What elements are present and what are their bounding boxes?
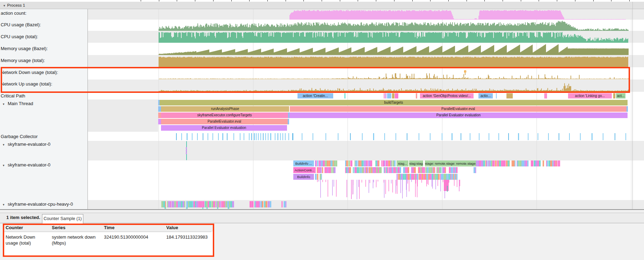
expand-arrow-icon[interactable]: ▾ [3, 164, 8, 167]
gc-event-tick[interactable] [548, 133, 549, 140]
main-thread-slice[interactable]: runAnalysisPhase [161, 106, 289, 112]
gc-event-tick[interactable] [240, 133, 240, 140]
gc-event-tick[interactable] [373, 133, 374, 140]
critical-path-slice[interactable] [387, 93, 391, 98]
main-thread-slice[interactable]: buildTargets [160, 100, 628, 105]
gc-event-tick[interactable] [218, 133, 219, 140]
gc-event-tick[interactable] [615, 133, 615, 140]
critical-path-slice[interactable] [506, 93, 513, 98]
skyframe-slice[interactable]: BuildInfo [293, 174, 314, 180]
gc-event-tick[interactable] [603, 133, 603, 140]
sidebar-item-action-count-[interactable]: action count: [1, 11, 27, 16]
skyframe-slice[interactable]: stag:stag... [409, 160, 423, 166]
critical-path-slice[interactable]: action 'Creatin... [298, 93, 333, 98]
critical-path-slice[interactable] [384, 93, 385, 98]
skyframe-slice[interactable]: stage: remote.stage: remote.stage.remot.… [425, 160, 476, 166]
gc-event-tick[interactable] [275, 133, 275, 140]
gc-event-tick[interactable] [268, 133, 268, 140]
gc-event-tick[interactable] [222, 133, 223, 140]
main-thread-slice[interactable]: Parallel Evaluator evaluation [161, 125, 287, 131]
critical-path-slice[interactable]: action 'Linking go... [568, 93, 612, 98]
critical-path-slice[interactable] [544, 93, 547, 98]
gc-event-tick[interactable] [461, 133, 461, 140]
gc-event-tick[interactable] [407, 133, 407, 140]
gc-event-tick[interactable] [313, 133, 313, 140]
sidebar-item-garbage-collector[interactable]: Garbage Collector [1, 134, 38, 139]
skyframe-deep-blob[interactable] [444, 180, 449, 191]
main-thread-slice[interactable] [158, 119, 161, 124]
gc-event-tick[interactable] [181, 133, 182, 140]
critical-path-slice[interactable] [385, 93, 386, 98]
gc-event-tick[interactable] [256, 133, 257, 140]
gc-event-tick[interactable] [212, 133, 213, 140]
gc-event-tick[interactable] [489, 133, 489, 140]
gc-event-tick[interactable] [265, 133, 266, 140]
sidebar-item-memory-usage-bazel-[interactable]: Memory usage (Bazel): [1, 46, 48, 51]
gc-event-tick[interactable] [338, 133, 338, 140]
gc-event-tick[interactable] [282, 133, 283, 140]
gc-event-tick[interactable] [326, 133, 326, 140]
main-thread-slice[interactable]: skyframeExecutor.configureTargets [161, 112, 288, 118]
gc-event-tick[interactable] [592, 133, 593, 140]
skyframe-slice[interactable]: stag... [397, 160, 408, 166]
expand-arrow-icon[interactable]: ▾ [3, 102, 8, 106]
gc-event-tick[interactable] [280, 133, 281, 140]
gc-event-tick[interactable] [580, 133, 581, 140]
critical-path-slice[interactable] [496, 93, 497, 98]
gc-event-tick[interactable] [479, 133, 479, 140]
gc-event-tick[interactable] [258, 133, 259, 140]
skyframe-slice[interactable]: ActionConti... [293, 167, 316, 173]
main-thread-slice[interactable]: ParallelEvaluator.eval [161, 119, 288, 124]
gc-event-tick[interactable] [270, 133, 271, 140]
gc-event-tick[interactable] [251, 133, 252, 140]
gc-event-tick[interactable] [208, 133, 208, 140]
gc-event-tick[interactable] [285, 133, 286, 140]
main-thread-slice[interactable] [288, 119, 289, 124]
gc-event-tick[interactable] [559, 133, 559, 140]
gc-event-tick[interactable] [288, 133, 289, 140]
gc-event-tick[interactable] [227, 133, 227, 140]
gc-event-tick[interactable] [518, 133, 519, 140]
gc-event-tick[interactable] [254, 133, 255, 140]
gc-event-tick[interactable] [430, 133, 430, 140]
gc-event-tick[interactable] [197, 133, 198, 140]
gc-event-tick[interactable] [192, 133, 192, 140]
skyframe-slice[interactable]: BuildInfo ... [293, 160, 314, 166]
gc-event-tick[interactable] [187, 133, 188, 140]
critical-path-slice[interactable] [416, 93, 417, 98]
gc-event-tick[interactable] [384, 133, 385, 140]
critical-path-slice[interactable] [392, 93, 394, 98]
gc-event-tick[interactable] [233, 133, 234, 140]
gc-event-tick[interactable] [203, 133, 203, 140]
timeline-canvas[interactable] [0, 0, 644, 260]
gc-event-tick[interactable] [244, 133, 244, 140]
sidebar-item-memory-usage-total-[interactable]: Memory usage (total): [1, 58, 45, 63]
gc-event-tick[interactable] [508, 133, 509, 140]
main-thread-slice[interactable]: ParallelEvaluator.eval [290, 106, 626, 112]
sidebar-item-skyframe-evaluator-cpu-heavy-0[interactable]: ▾skyframe-evaluator-cpu-heavy-0 [1, 201, 73, 207]
expand-arrow-icon[interactable]: ▾ [3, 143, 8, 146]
gc-event-tick[interactable] [498, 133, 499, 140]
critical-path-slice[interactable]: actio... [478, 93, 493, 98]
gc-event-tick[interactable] [292, 133, 293, 140]
critical-path-slice[interactable] [395, 93, 398, 98]
gc-event-tick[interactable] [451, 133, 453, 140]
critical-path-slice[interactable] [613, 93, 615, 98]
critical-path-slice[interactable]: act... [616, 93, 625, 98]
gc-event-tick[interactable] [538, 133, 538, 140]
gc-event-tick[interactable] [442, 133, 442, 140]
sidebar-item-skyframe-evaluator-0[interactable]: ▾skyframe-evaluator-0 [1, 142, 50, 147]
gc-event-tick[interactable] [260, 133, 261, 140]
sidebar-item-cpu-usage-total-[interactable]: CPU usage (total): [1, 34, 38, 39]
sidebar-item-critical-path[interactable]: Critical Path [1, 93, 25, 98]
main-thread-slice[interactable] [626, 106, 628, 112]
gc-event-tick[interactable] [569, 133, 570, 140]
gc-event-tick[interactable] [350, 133, 351, 140]
gc-event-tick[interactable] [302, 133, 302, 140]
gc-event-tick[interactable] [278, 133, 278, 140]
gc-event-tick[interactable] [528, 133, 528, 140]
expand-arrow-icon[interactable]: ▾ [3, 203, 8, 206]
main-thread-slice[interactable] [158, 112, 161, 118]
gc-event-tick[interactable] [176, 133, 177, 140]
critical-path-slice[interactable] [344, 93, 345, 98]
